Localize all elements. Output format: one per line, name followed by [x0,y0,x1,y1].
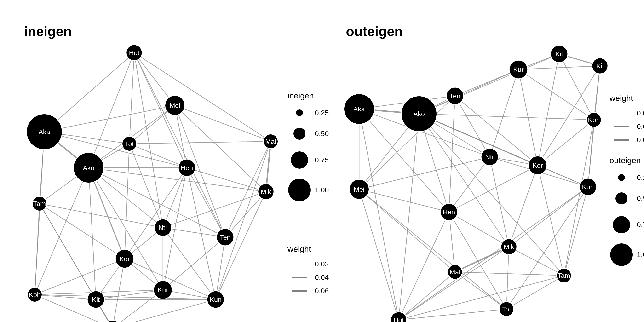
edge [38,181,83,288]
edge [539,62,558,157]
legend-weight-label: 0.04 [637,122,644,130]
edge [515,192,581,242]
node-kur [154,281,172,299]
edge [492,165,507,239]
svg-point-3 [288,179,311,201]
node-kun [208,291,224,308]
node-tot [500,302,514,316]
page-root: ineigen HotMeiAkaTotMalAkoHenMikTamNtrTe… [0,0,644,322]
node-kit [88,291,104,308]
edge [507,254,509,302]
svg-point-7 [610,244,633,266]
edge [459,103,486,150]
legend-weight-label: 0.06 [637,136,644,144]
node-hot [126,45,142,60]
legend-size-row: 0.75 [610,212,644,238]
edge [406,310,500,319]
edge [405,192,581,316]
edge [450,104,454,204]
legend-weight-line-icon [614,139,629,141]
node-mal [264,134,278,148]
node-kor [116,250,134,268]
edge [139,59,169,98]
edge [171,229,217,236]
node-tam [32,197,46,210]
legend-weight-title: weight [610,94,644,103]
edge [218,148,268,292]
edge [45,208,117,254]
edge [182,112,260,187]
edge [366,195,501,304]
edge [453,219,503,303]
legend-weight-line-icon [292,277,307,278]
node-tot [122,137,136,151]
legend-size-label: 0.75 [637,221,644,229]
network-graph-outeigen: KitKilKurTenAkaAkoKohNtrKorMeiKunHenMikM… [322,0,644,322]
edge [461,276,501,305]
edge [136,146,179,164]
svg-point-6 [613,216,630,233]
edge [267,148,270,184]
edge [566,195,586,269]
node-ten [447,88,463,104]
nodes-group: HotMeiAkaTotMalAkoHenMikTamNtrTenKorKurK… [26,44,278,322]
legend-size-row: 1.00 [610,240,644,269]
panel-outeigen: outeigen KitKilKurTenAkaAkoKohNtrKorMeiK… [322,0,644,322]
edge [170,242,219,284]
edge [374,110,402,112]
edge [463,73,510,92]
node-mal [448,265,462,279]
edge [172,292,208,298]
edge [527,57,552,66]
edge [542,72,596,158]
edge [526,74,588,116]
network-graph-ineigen: HotMeiAkaTotMalAkoHenMikTamNtrTenKorKurK… [0,0,322,322]
legend-size-dot-icon [610,188,634,209]
edge [456,216,502,243]
legend-weight-line-icon [292,290,307,292]
edge [366,196,450,268]
legend-weight-line-icon [292,264,307,264]
edge [567,56,592,64]
edge [94,182,122,250]
svg-point-2 [291,152,308,169]
edge [120,302,208,322]
edge [461,250,502,269]
node-kun [580,179,596,195]
legend-size-title: outeigen [610,156,644,165]
node-mik [258,184,274,199]
node-aka [27,114,62,149]
legend-size-dot-icon [610,240,634,269]
node-ten [217,229,234,246]
edge [424,130,446,204]
edge [130,60,134,137]
edge [184,109,264,139]
edge [462,272,557,275]
node-ako [402,96,436,131]
node-kur [510,60,528,78]
edge [100,177,156,222]
node-tam [557,268,571,282]
node-koh [587,113,601,127]
svg-point-4 [618,174,625,181]
legend-size-dot-icon [610,170,634,185]
node-koh [28,288,42,302]
edge [368,192,441,210]
edge [492,78,516,149]
edge [456,170,530,208]
edge [450,220,454,265]
legend-weight-outeigen: weight 0.02 0.04 0.06 [610,94,644,148]
edge [41,262,116,292]
edge [35,210,39,288]
svg-point-1 [294,128,306,140]
edge [431,127,560,270]
node-ntr [155,220,171,236]
node-kit [551,46,568,62]
edge [58,58,128,120]
legend-size-label: 0.50 [637,194,644,202]
edge [368,159,482,187]
node-ntr [482,149,498,165]
edge [429,128,504,240]
node-hen [179,160,195,176]
panel-ineigen: ineigen HotMeiAkaTotMalAkoHenMikTamNtrTe… [0,0,322,322]
